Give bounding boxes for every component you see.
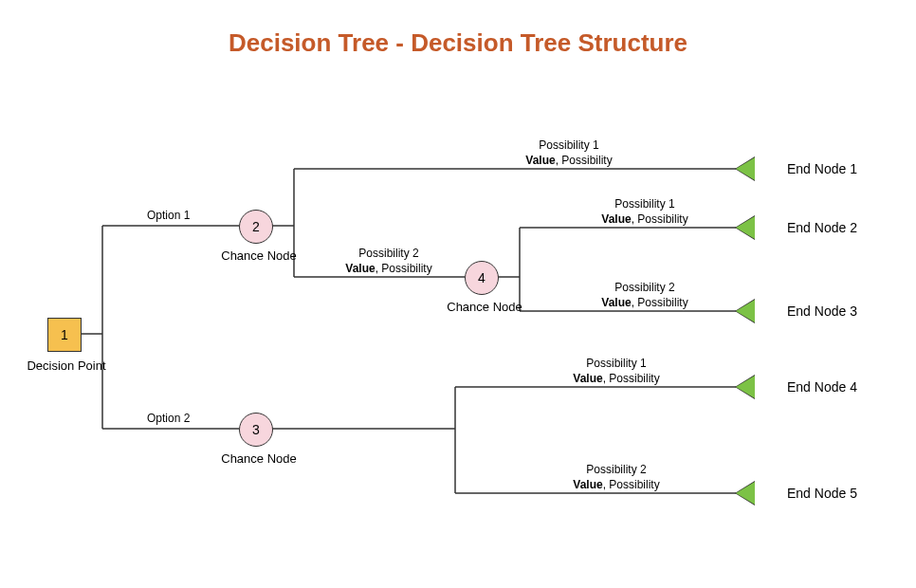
decision-node-id: 1 bbox=[61, 327, 68, 342]
end-triangle-3 bbox=[736, 300, 755, 322]
decision-node: 1 bbox=[47, 318, 82, 352]
decision-node-label: Decision Point bbox=[24, 358, 109, 373]
option1-label: Option 1 bbox=[147, 209, 190, 224]
page-title: Decision Tree - Decision Tree Structure bbox=[0, 28, 916, 58]
branch-n4-poss1: Possibility 1 Value, Possibility bbox=[578, 197, 711, 227]
chance-node-3-label: Chance Node bbox=[216, 451, 302, 466]
end-node-1-label: End Node 1 bbox=[787, 161, 857, 176]
chance-node-4-id: 4 bbox=[478, 270, 485, 285]
branch-n2-poss2: Possibility 2 Value, Possibility bbox=[322, 247, 455, 276]
option2-label: Option 2 bbox=[147, 412, 190, 427]
chance-node-3-id: 3 bbox=[252, 422, 260, 437]
end-node-5-label: End Node 5 bbox=[787, 486, 857, 501]
end-node-2-label: End Node 2 bbox=[787, 220, 857, 235]
chance-node-4-label: Chance Node bbox=[442, 300, 527, 314]
chance-node-4: 4 bbox=[465, 261, 499, 295]
chance-node-2-id: 2 bbox=[252, 219, 260, 234]
connector-lines bbox=[0, 0, 916, 588]
end-triangle-5 bbox=[736, 482, 755, 505]
branch-n4-poss2: Possibility 2 Value, Possibility bbox=[578, 281, 711, 310]
chance-node-2-label: Chance Node bbox=[216, 248, 302, 263]
end-triangle-2 bbox=[736, 216, 755, 239]
end-node-3-label: End Node 3 bbox=[787, 303, 857, 319]
branch-n3-poss2: Possibility 2 Value, Possibility bbox=[550, 463, 683, 492]
chance-node-2: 2 bbox=[239, 210, 273, 244]
branch-n2-poss1: Possibility 1 Value, Possibility bbox=[503, 138, 635, 168]
branch-n3-poss1: Possibility 1 Value, Possibility bbox=[550, 357, 683, 386]
end-triangle-4 bbox=[736, 376, 755, 398]
end-triangle-1 bbox=[736, 157, 755, 180]
chance-node-3: 3 bbox=[239, 413, 273, 447]
end-node-4-label: End Node 4 bbox=[787, 379, 857, 395]
